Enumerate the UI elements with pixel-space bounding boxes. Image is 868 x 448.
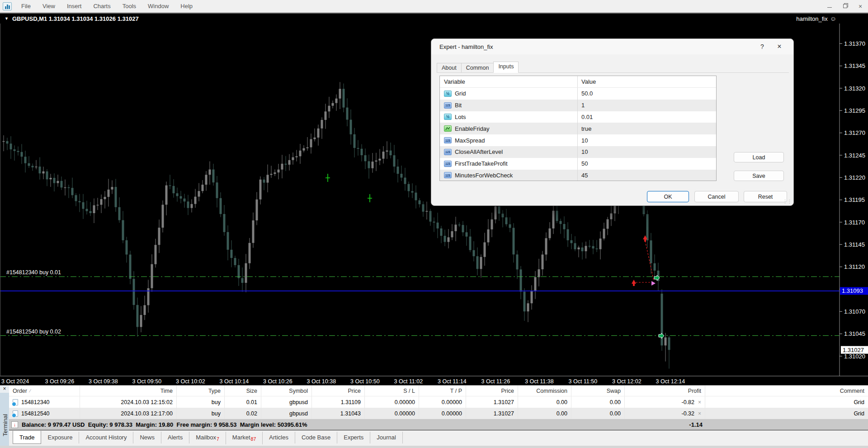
cell-symbol: gbpusd [261,396,312,408]
price-tick: 1.31245 [844,152,865,159]
input-row-grid[interactable]: ½Grid50.0 [440,88,716,100]
dialog-tabs: AboutCommonInputs [437,62,518,73]
expert-properties-dialog: Expert - hamilton_fix ? × AboutCommonInp… [431,38,794,206]
column-commission[interactable]: Commission [518,386,571,396]
inputs-table-header: VariableValue [440,76,716,88]
minimize-icon[interactable] [822,0,837,12]
tab-common[interactable]: Common [461,63,494,73]
terminal-tab-experts[interactable]: Experts [337,432,370,443]
metatrader-app-icon [3,2,12,10]
triangle-down-icon[interactable]: ▼ [5,16,9,21]
menu-item-file[interactable]: File [15,0,37,12]
cell-text: 1.31027 [494,399,514,405]
input-row-firsttradetakeprofit[interactable]: 123FirstTradeTakeProfit50 [440,158,716,170]
tab-about[interactable]: About [437,63,462,73]
input-row-enablefriday[interactable]: EnableFridaytrue [440,123,716,134]
inputs-table: VariableValue½Grid50.0123Bit1½Lots0.01En… [439,76,717,181]
value-cell[interactable]: 1 [578,102,716,109]
value-cell[interactable]: 10 [578,148,716,155]
terminal-tab-news[interactable]: News [133,432,161,443]
column-price[interactable]: Price [312,386,365,396]
value-cell[interactable]: 45 [578,172,716,179]
order-doc-icon [13,399,18,405]
close-dialog-icon[interactable]: × [769,43,790,51]
ok-button[interactable]: OK [647,191,689,202]
header-value: Value [578,78,716,85]
price-tick: 1.31195 [844,196,865,203]
price-tick: 1.31170 [844,219,865,226]
price-tick: 1.31320 [844,85,865,92]
close-order-icon[interactable]: × [698,410,701,417]
value-cell[interactable]: 50.0 [578,90,716,97]
value-cell[interactable]: 0.01 [578,114,716,120]
cell-text: 0.00000 [442,399,462,405]
column-comment[interactable]: Comment [705,386,868,396]
balance-row: ↓Balance: 9 979.47 USD Equity: 9 978.33 … [9,419,868,430]
close-order-icon[interactable]: × [698,399,701,405]
cell-text: 1.31043 [340,410,361,417]
terminal-tab-mailbox[interactable]: Mailbox7 [189,432,226,444]
close-window-icon[interactable]: × [853,0,868,12]
cell-swap: 0.00 [571,396,625,408]
resize-grip[interactable]: ⋮⋮ [783,199,792,205]
time-tick: 3 Oct 12:02 [612,378,642,385]
smiley-icon[interactable]: ☺ [830,15,836,22]
order-row-154812540[interactable]: 1548125402024.10.03 12:17:00buy0.02gbpus… [9,408,868,419]
terminal-tab-exposure[interactable]: Exposure [41,432,79,443]
terminal-close-icon[interactable]: × [0,386,9,393]
column-profit[interactable]: Profit [625,386,705,396]
menu-item-window[interactable]: Window [142,0,175,12]
input-row-minutesforwebcheck[interactable]: 123MinutesForWebCheck45 [440,170,716,181]
menu-item-view[interactable]: View [37,0,61,12]
reset-button[interactable]: Reset [744,191,787,202]
column-size[interactable]: Size [225,386,261,396]
help-icon[interactable]: ? [755,43,769,50]
save-button[interactable]: Save [734,171,784,181]
terminal-side-strip: × Terminal [0,386,9,448]
chart-title-bar: ▼ GBPUSD,M1 1.31034 1.31034 1.31026 1.31… [0,14,868,24]
column-t-p[interactable]: T / P [419,386,466,396]
tab-inputs[interactable]: Inputs [493,62,519,73]
load-button[interactable]: Load [734,152,784,162]
menu-item-charts[interactable]: Charts [87,0,116,12]
restore-icon[interactable] [837,0,853,12]
terminal-tab-alerts[interactable]: Alerts [161,432,189,443]
terminal-tab-trade[interactable]: Trade [13,431,41,444]
ea-name: hamilton_fix [796,15,827,22]
bottom-resize-strip[interactable] [0,446,868,448]
cancel-button[interactable]: Cancel [694,191,739,202]
menu-item-tools[interactable]: Tools [117,0,142,12]
terminal-tab-market[interactable]: Market87 [226,432,263,444]
value-cell[interactable]: 10 [578,137,716,144]
column-swap[interactable]: Swap [571,386,625,396]
terminal-tab-articles[interactable]: Articles [263,432,295,443]
column-order[interactable]: Order∕ [9,386,80,396]
cell-text: 0.02 [246,410,257,417]
cell-text: 0.00 [557,399,567,405]
price-tick: 1.31070 [844,308,865,315]
terminal-tab-code-base[interactable]: Code Base [295,432,337,443]
order-row-154812340[interactable]: 1548123402024.10.03 12:15:02buy0.01gbpus… [9,396,868,408]
terminal-tab-account-history[interactable]: Account History [79,432,133,443]
dialog-title-bar[interactable]: Expert - hamilton_fix ? × [431,39,793,54]
cell-text: -0.32 [681,410,694,417]
column-symbol[interactable]: Symbol [261,386,312,396]
column-s-l[interactable]: S / L [365,386,419,396]
menu-item-help[interactable]: Help [175,0,198,12]
time-tick: 3 Oct 12:14 [656,378,685,385]
input-row-maxspread[interactable]: 123MaxSpread10 [440,134,716,146]
column-type[interactable]: Type [177,386,225,396]
variable-name: EnableFriday [455,125,490,132]
menu-item-insert[interactable]: Insert [61,0,88,12]
cell-text: 0.00000 [395,399,415,405]
terminal-tab-journal[interactable]: Journal [370,432,403,443]
input-row-lots[interactable]: ½Lots0.01 [440,111,716,123]
input-row-bit[interactable]: 123Bit1 [440,100,716,111]
column-price[interactable]: Price [466,386,518,396]
value-cell[interactable]: 50 [578,160,716,167]
value-cell[interactable]: true [578,125,716,132]
input-row-closeallafterlevel[interactable]: 123CloseAllAfterLevel10 [440,146,716,158]
integer-type-icon: 123 [444,102,452,109]
column-time[interactable]: Time [80,386,177,396]
cell-text: 1.31027 [494,410,514,417]
